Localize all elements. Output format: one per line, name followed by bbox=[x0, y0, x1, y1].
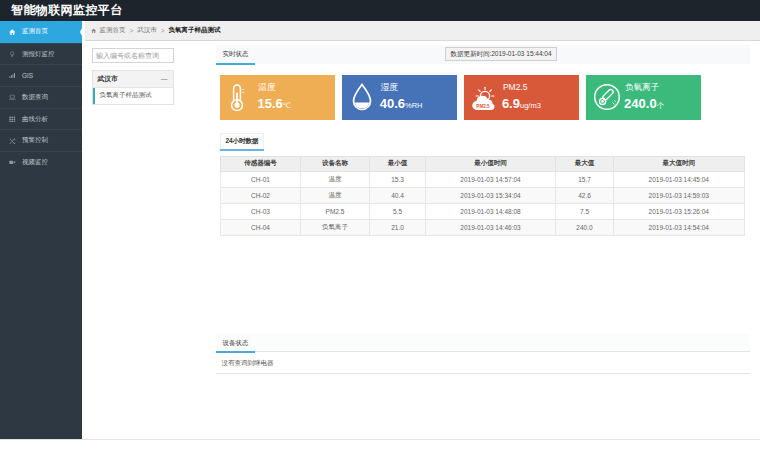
svg-text:PM2.5: PM2.5 bbox=[476, 104, 490, 109]
